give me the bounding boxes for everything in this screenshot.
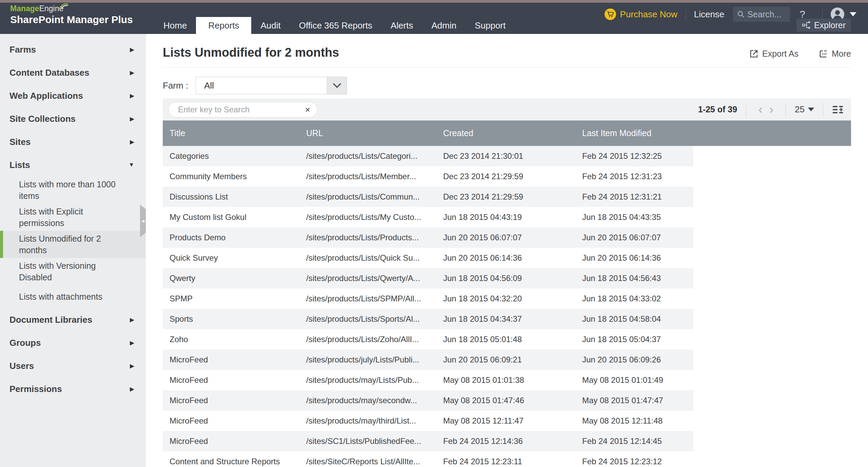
more-button[interactable]: More bbox=[819, 49, 851, 59]
global-search-placeholder: Search... bbox=[747, 10, 781, 19]
table-row[interactable]: MicroFeed /sites/products/may/third/List… bbox=[163, 411, 693, 431]
table-toolbar: × 1-25 of 39 ‹ › 25 bbox=[163, 98, 851, 120]
sidebar-item[interactable]: Web Applications ▶ bbox=[0, 84, 146, 107]
table-body: Categories /sites/products/Lists/Categor… bbox=[163, 146, 693, 467]
help-icon[interactable]: ? bbox=[800, 8, 805, 20]
sidebar-item-arrow-icon: ▶ bbox=[130, 115, 134, 123]
sidebar-item[interactable]: Lists with Versioning Disabled bbox=[0, 258, 146, 285]
cell-url: /sites/products/july/Lists/Publi... bbox=[299, 355, 436, 365]
cell-last-item-modified: Feb 24 2015 12:31:21 bbox=[575, 192, 693, 202]
nav-tab[interactable]: Support bbox=[466, 17, 515, 34]
explorer-button[interactable]: Explorer bbox=[796, 19, 851, 32]
cell-created: Dec 23 2014 21:30:01 bbox=[436, 151, 575, 161]
cell-created: Jun 18 2015 04:43:19 bbox=[436, 212, 575, 222]
sidebar-item[interactable]: Site Collections ▶ bbox=[0, 107, 146, 130]
nav-tab[interactable]: Admin bbox=[422, 17, 466, 34]
sidebar-item-label: Sites bbox=[9, 137, 31, 147]
sidebar-item[interactable]: Lists with Explicit permissions bbox=[0, 204, 146, 231]
next-page-icon[interactable]: › bbox=[766, 104, 777, 116]
sidebar-item[interactable]: Lists with attachments bbox=[0, 285, 146, 308]
table-row[interactable]: Quick Survey /sites/products/Lists/Quick… bbox=[163, 248, 693, 268]
prev-page-icon[interactable]: ‹ bbox=[755, 104, 766, 116]
table-row[interactable]: Sports /sites/products/Lists/Sports/Al..… bbox=[163, 309, 693, 329]
sidebar: Farms ▶ Content Databases ▶ Web Applicat… bbox=[0, 34, 146, 467]
brand-logo[interactable]: ManageEngine SharePoint Manager Plus bbox=[10, 4, 133, 26]
purchase-now-link[interactable]: Purchase Now bbox=[620, 9, 677, 20]
sidebar-item[interactable]: Farms ▶ bbox=[0, 38, 146, 61]
nav-tab[interactable]: Reports bbox=[196, 17, 251, 34]
export-as-button[interactable]: Export As bbox=[749, 49, 798, 59]
sidebar-item[interactable]: Permissions ▶ bbox=[0, 377, 146, 400]
sidebar-item-label: Users bbox=[9, 361, 34, 371]
cell-last-item-modified: Jun 18 2015 04:58:04 bbox=[575, 314, 693, 324]
cell-created: Dec 23 2014 21:29:59 bbox=[436, 192, 575, 202]
table-row[interactable]: My Custom list Gokul /sites/products/Lis… bbox=[163, 207, 693, 227]
title-divider bbox=[163, 67, 851, 68]
sidebar-item-label: Groups bbox=[9, 338, 41, 348]
sidebar-item-label: Permissions bbox=[9, 384, 62, 394]
table-row[interactable]: Categories /sites/products/Lists/Categor… bbox=[163, 146, 693, 166]
table-search-input[interactable] bbox=[177, 105, 302, 115]
sidebar-item[interactable]: Lists ▼ bbox=[0, 153, 146, 176]
table-row[interactable]: Discussions List /sites/products/Lists/C… bbox=[163, 187, 693, 207]
nav-tab-label: Admin bbox=[431, 20, 456, 31]
nav-tab[interactable]: Audit bbox=[251, 17, 290, 34]
nav-tab[interactable]: Alerts bbox=[381, 17, 422, 34]
global-search-box[interactable]: Search... bbox=[733, 7, 790, 22]
cell-last-item-modified: Jun 20 2015 06:14:36 bbox=[575, 253, 693, 263]
column-header-url[interactable]: URL bbox=[299, 128, 436, 138]
nav-tab[interactable]: Home bbox=[154, 17, 196, 34]
sidebar-item[interactable]: Content Databases ▶ bbox=[0, 61, 146, 84]
table-row[interactable]: MicroFeed /sites/products/may/secondw...… bbox=[163, 390, 693, 411]
cell-last-item-modified: Feb 24 2015 12:23:12 bbox=[575, 457, 693, 466]
table-row[interactable]: MicroFeed /sites/products/july/Lists/Pub… bbox=[163, 350, 693, 370]
nav-tab[interactable]: Office 365 Reports bbox=[290, 17, 381, 34]
cell-title: SPMP bbox=[163, 294, 299, 303]
cell-url: /sites/products/Lists/Quick Su... bbox=[299, 253, 436, 263]
user-menu-caret-icon[interactable] bbox=[850, 12, 856, 16]
sidebar-item-arrow-icon: ▶ bbox=[130, 69, 134, 76]
cell-created: Jun 20 2015 06:09:21 bbox=[436, 355, 575, 365]
table-row[interactable]: Qwerty /sites/products/Lists/Qwerty/A...… bbox=[163, 268, 693, 288]
cell-last-item-modified: Feb 24 2015 12:31:23 bbox=[575, 172, 693, 181]
column-header-created[interactable]: Created bbox=[436, 128, 575, 138]
cell-url: /sites/SC1/Lists/PublishedFee... bbox=[299, 436, 436, 446]
sidebar-item-label: Web Applications bbox=[9, 91, 83, 101]
cell-created: Feb 24 2015 12:23:11 bbox=[436, 457, 575, 466]
column-header-title[interactable]: Title bbox=[163, 128, 299, 138]
column-header-last-item-modified[interactable]: Last Item Modified bbox=[575, 128, 851, 138]
sidebar-item[interactable]: Sites ▶ bbox=[0, 130, 146, 153]
table-row[interactable]: Content and Structure Reports /sites/Sit… bbox=[163, 451, 693, 467]
clear-search-icon[interactable]: × bbox=[305, 105, 310, 114]
table-row[interactable]: Products Demo /sites/products/Lists/Prod… bbox=[163, 227, 693, 248]
nav-tab-label: Alerts bbox=[391, 20, 413, 31]
column-chooser-button[interactable] bbox=[832, 105, 844, 115]
license-link[interactable]: License bbox=[694, 9, 725, 20]
table-row[interactable]: Community Members /sites/products/Lists/… bbox=[163, 166, 693, 187]
cart-icon[interactable] bbox=[605, 8, 616, 20]
cell-title: MicroFeed bbox=[163, 436, 299, 446]
sidebar-collapse-handle[interactable]: ◀ bbox=[140, 205, 146, 237]
sidebar-item[interactable]: Lists Unmodified for 2 months bbox=[0, 231, 146, 258]
farm-dropdown-button[interactable] bbox=[327, 77, 347, 94]
sidebar-item[interactable]: Lists with more than 1000 items bbox=[0, 176, 146, 204]
cell-url: /sites/products/Lists/My Custo... bbox=[299, 212, 436, 222]
sidebar-item[interactable]: Users ▶ bbox=[0, 354, 146, 377]
cell-title: Quick Survey bbox=[163, 253, 299, 263]
table-row[interactable]: SPMP /sites/products/Lists/SPMP/All... J… bbox=[163, 288, 693, 309]
cell-last-item-modified: Jun 18 2015 04:56:43 bbox=[575, 274, 693, 283]
table-row[interactable]: Zoho /sites/products/Lists/Zoho/AllI... … bbox=[163, 329, 693, 350]
table-row[interactable]: MicroFeed /sites/products/may/Lists/Pub.… bbox=[163, 370, 693, 390]
cell-title: Qwerty bbox=[163, 274, 299, 283]
page-size-value: 25 bbox=[795, 104, 805, 115]
table-search-box[interactable]: × bbox=[168, 102, 317, 117]
sidebar-item[interactable]: Document Libraries ▶ bbox=[0, 308, 146, 331]
sidebar-item[interactable]: Groups ▶ bbox=[0, 331, 146, 354]
farm-filter-row: Farm : All bbox=[163, 77, 347, 94]
brand-swoosh-icon bbox=[59, 2, 69, 9]
page-size-select[interactable]: 25 bbox=[795, 104, 814, 115]
sidebar-item-label: Content Databases bbox=[9, 68, 90, 78]
table-row[interactable]: MicroFeed /sites/SC1/Lists/PublishedFee.… bbox=[163, 431, 693, 451]
cell-created: Jun 18 2015 05:01:48 bbox=[436, 335, 575, 344]
farm-select[interactable]: All bbox=[196, 77, 347, 94]
